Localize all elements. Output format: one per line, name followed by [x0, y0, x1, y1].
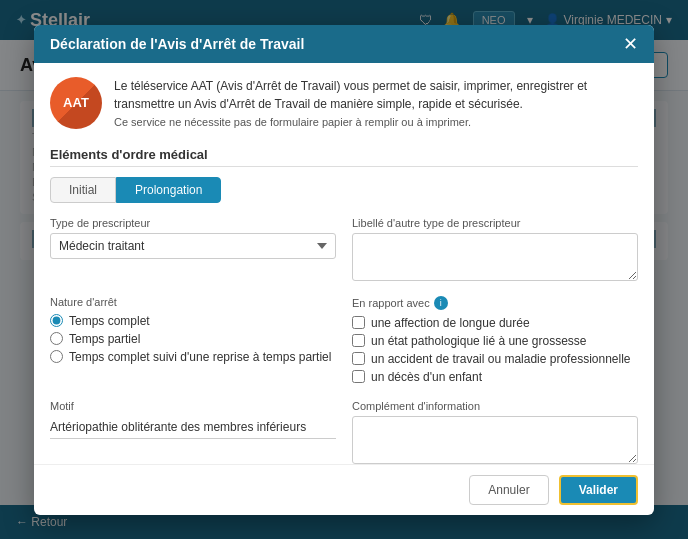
motif-col: Motif [50, 400, 336, 464]
checkbox-grossesse[interactable]: un état pathologique lié à une grossesse [352, 334, 638, 348]
motif-input[interactable] [50, 416, 336, 439]
tab-group: Initial Prolongation [50, 177, 638, 203]
checkbox-deces[interactable]: un décès d'un enfant [352, 370, 638, 384]
checkbox-grossesse-input[interactable] [352, 334, 365, 347]
tab-initial[interactable]: Initial [50, 177, 116, 203]
modal-footer: Annuler Valider [34, 464, 654, 515]
checkbox-deces-label: un décès d'un enfant [371, 370, 482, 384]
complement-textarea[interactable] [352, 416, 638, 464]
checkbox-ald-label: une affection de longue durée [371, 316, 530, 330]
complement-label: Complément d'information [352, 400, 638, 412]
motif-label: Motif [50, 400, 336, 412]
libelle-textarea[interactable] [352, 233, 638, 281]
info-sub-text: Ce service ne nécessite pas de formulair… [114, 116, 471, 128]
radio-temps-complet-reprise[interactable]: Temps complet suivi d'une reprise à temp… [50, 350, 336, 364]
rapport-label-title: En rapport avec i [352, 296, 638, 310]
checkbox-accident[interactable]: un accident de travail ou maladie profes… [352, 352, 638, 366]
modal-title: Déclaration de l'Avis d'Arrêt de Travail [50, 36, 304, 52]
prescripteur-col: Type de prescripteur Médecin traitant Mé… [50, 217, 336, 284]
radio-temps-partiel-label: Temps partiel [69, 332, 140, 346]
validate-button[interactable]: Valider [559, 475, 638, 505]
radio-temps-partiel-input[interactable] [50, 332, 63, 345]
declaration-modal: Déclaration de l'Avis d'Arrêt de Travail… [34, 25, 654, 515]
libelle-label: Libellé d'autre type de prescripteur [352, 217, 638, 229]
medical-section-title: Eléments d'ordre médical [50, 147, 638, 167]
radio-temps-complet-input[interactable] [50, 314, 63, 327]
prescripteur-select[interactable]: Médecin traitant Médecin remplaçant Spéc… [50, 233, 336, 259]
modal-info-section: AAT Le téléservice AAT (Avis d'Arrêt de … [50, 77, 638, 131]
complement-col: Complément d'information [352, 400, 638, 464]
nature-col: Nature d'arrêt Temps complet Temps parti… [50, 296, 336, 376]
nature-rapport-section: Nature d'arrêt Temps complet Temps parti… [50, 296, 638, 388]
aat-logo: AAT [50, 77, 102, 129]
radio-temps-complet[interactable]: Temps complet [50, 314, 336, 328]
modal-header: Déclaration de l'Avis d'Arrêt de Travail… [34, 25, 654, 63]
cancel-button[interactable]: Annuler [469, 475, 548, 505]
nature-label: Nature d'arrêt [50, 296, 336, 308]
checkbox-ald[interactable]: une affection de longue durée [352, 316, 638, 330]
checkbox-ald-input[interactable] [352, 316, 365, 329]
rapport-col: En rapport avec i une affection de longu… [352, 296, 638, 388]
modal-info-text: Le téléservice AAT (Avis d'Arrêt de Trav… [114, 77, 638, 131]
modal-close-button[interactable]: ✕ [623, 35, 638, 53]
checkbox-grossesse-label: un état pathologique lié à une grossesse [371, 334, 587, 348]
prescripteur-label: Type de prescripteur [50, 217, 336, 229]
libelle-col: Libellé d'autre type de prescripteur [352, 217, 638, 284]
checkbox-deces-input[interactable] [352, 370, 365, 383]
checkbox-accident-label: un accident de travail ou maladie profes… [371, 352, 631, 366]
prescripteur-section: Type de prescripteur Médecin traitant Mé… [50, 217, 638, 284]
rapport-label: En rapport avec [352, 297, 430, 309]
checkbox-accident-input[interactable] [352, 352, 365, 365]
radio-temps-complet-reprise-input[interactable] [50, 350, 63, 363]
rapport-info-icon[interactable]: i [434, 296, 448, 310]
radio-temps-partiel[interactable]: Temps partiel [50, 332, 336, 346]
radio-temps-complet-reprise-label: Temps complet suivi d'une reprise à temp… [69, 350, 331, 364]
info-main-text: Le téléservice AAT (Avis d'Arrêt de Trav… [114, 79, 587, 111]
radio-temps-complet-label: Temps complet [69, 314, 150, 328]
modal-body: AAT Le téléservice AAT (Avis d'Arrêt de … [34, 63, 654, 464]
motif-section: Motif Complément d'information [50, 400, 638, 464]
tab-prolongation[interactable]: Prolongation [116, 177, 221, 203]
